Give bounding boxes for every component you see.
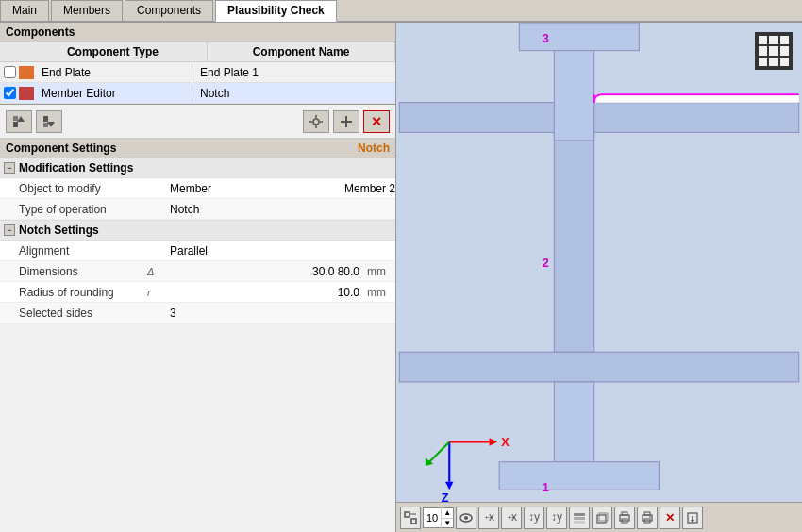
col-header-name: Component Name bbox=[208, 42, 395, 61]
row-checkbox-2[interactable] bbox=[0, 87, 19, 99]
svg-marker-5 bbox=[47, 122, 55, 127]
beam-svg: 1 2 3 X Z bbox=[396, 23, 802, 502]
svg-rect-20 bbox=[499, 462, 659, 490]
table-row[interactable]: Member Editor Notch bbox=[0, 83, 395, 104]
svg-rect-16 bbox=[519, 23, 639, 51]
tab-plausibility-check[interactable]: Plausibility Check bbox=[215, 0, 337, 22]
row-color-2 bbox=[19, 87, 34, 100]
align-x1-button[interactable]: ↔ x bbox=[478, 507, 499, 529]
view-toolbar: 10 ▲ ▼ ↔ x ↔ bbox=[396, 502, 802, 532]
svg-rect-46 bbox=[574, 517, 585, 520]
svg-text:x: x bbox=[511, 511, 517, 524]
zoom-value: 10 bbox=[424, 512, 441, 524]
eye-icon bbox=[459, 513, 473, 523]
print-button[interactable] bbox=[614, 507, 635, 529]
settings-extra-object: Member 2 bbox=[337, 182, 395, 195]
settings-label: Component Settings bbox=[6, 141, 116, 155]
move-down-icon bbox=[42, 114, 57, 129]
print2-icon bbox=[641, 511, 654, 524]
svg-rect-12 bbox=[341, 121, 352, 123]
notch-group-header[interactable]: − Notch Settings bbox=[0, 221, 395, 241]
box-button[interactable] bbox=[592, 507, 612, 529]
eye-button[interactable] bbox=[456, 507, 476, 529]
modification-title: Modification Settings bbox=[19, 161, 133, 175]
settings-unit-radius: mm bbox=[367, 286, 395, 299]
align-x1-icon: ↔ x bbox=[482, 511, 495, 524]
modification-group-header[interactable]: − Modification Settings bbox=[0, 158, 395, 178]
print-icon bbox=[618, 511, 631, 524]
svg-rect-3 bbox=[43, 116, 48, 122]
cancel-view-icon: ✕ bbox=[665, 511, 675, 524]
zoom-up-button[interactable]: ▲ bbox=[442, 507, 453, 518]
move-up-icon bbox=[11, 114, 26, 129]
settings-val-operation: Notch bbox=[166, 201, 395, 218]
row-checkbox-1[interactable] bbox=[0, 66, 19, 78]
tab-components[interactable]: Components bbox=[125, 0, 213, 21]
settings-val-radius: 10.0 bbox=[166, 284, 367, 301]
notch-settings-group: − Notch Settings Alignment Parallel Dime… bbox=[0, 221, 395, 324]
left-panel: Components Component Type Component Name… bbox=[0, 23, 396, 532]
notch-toggle[interactable]: − bbox=[4, 224, 15, 236]
align-x2-button[interactable]: ↔ x bbox=[501, 507, 522, 529]
align-x2-icon: ↔ x bbox=[505, 511, 518, 524]
svg-rect-49 bbox=[599, 513, 608, 521]
svg-rect-19 bbox=[554, 382, 593, 462]
svg-rect-48 bbox=[597, 515, 606, 523]
svg-rect-14 bbox=[554, 132, 593, 352]
svg-text:3: 3 bbox=[543, 32, 549, 45]
modification-toggle[interactable]: − bbox=[4, 162, 15, 174]
beam-container: 1 2 3 X Z bbox=[396, 23, 802, 502]
svg-rect-15 bbox=[399, 352, 798, 382]
tab-members[interactable]: Members bbox=[51, 0, 123, 21]
settings-button[interactable] bbox=[303, 110, 329, 133]
add-button[interactable] bbox=[333, 110, 359, 133]
settings-key-alignment: Alignment bbox=[15, 242, 147, 259]
svg-rect-45 bbox=[574, 513, 585, 516]
cancel-view-button[interactable]: ✕ bbox=[660, 507, 680, 529]
tab-main[interactable]: Main bbox=[0, 0, 49, 21]
settings-unit-dimensions: mm bbox=[367, 265, 395, 278]
svg-rect-32 bbox=[405, 512, 409, 517]
settings-row-sides: Selected sides 3 bbox=[0, 303, 395, 324]
svg-text:2: 2 bbox=[543, 257, 549, 270]
settings-val-object: Member bbox=[166, 180, 337, 197]
right-panel: 1 2 3 X Z bbox=[396, 23, 802, 532]
table-row[interactable]: End Plate End Plate 1 bbox=[0, 62, 395, 83]
settings-row-alignment: Alignment Parallel bbox=[0, 241, 395, 261]
zoom-down-button[interactable]: ▼ bbox=[442, 518, 453, 528]
align-y1-button[interactable]: ↕ y bbox=[524, 507, 544, 529]
svg-line-30 bbox=[429, 442, 449, 462]
settings-row-operation: Type of operation Notch bbox=[0, 199, 395, 220]
align-y2-button[interactable]: ↕ y bbox=[546, 507, 567, 529]
modification-settings-group: − Modification Settings Object to modify… bbox=[0, 158, 395, 221]
layer-button[interactable] bbox=[569, 507, 590, 529]
export-button[interactable] bbox=[682, 507, 703, 529]
row-type-1: End Plate bbox=[38, 64, 192, 81]
svg-text:X: X bbox=[501, 436, 510, 449]
delete-icon: ✕ bbox=[371, 114, 382, 129]
settings-key-operation: Type of operation bbox=[15, 201, 147, 218]
fit-view-button[interactable] bbox=[400, 507, 421, 529]
delete-button[interactable]: ✕ bbox=[363, 110, 390, 133]
move-up-button[interactable] bbox=[6, 110, 32, 133]
zoom-steppers[interactable]: ▲ ▼ bbox=[441, 507, 453, 528]
settings-key-dimensions: Dimensions bbox=[15, 263, 147, 280]
svg-rect-47 bbox=[574, 521, 585, 524]
main-content: Components Component Type Component Name… bbox=[0, 23, 802, 532]
svg-marker-28 bbox=[445, 482, 453, 490]
svg-rect-17 bbox=[554, 51, 593, 141]
row-color-1 bbox=[19, 66, 34, 79]
print2-button[interactable] bbox=[637, 507, 658, 529]
align-y1-icon: ↕ y bbox=[527, 511, 541, 524]
svg-point-36 bbox=[464, 516, 468, 520]
svg-rect-0 bbox=[13, 122, 18, 127]
svg-rect-33 bbox=[411, 519, 416, 524]
svg-text:Z: Z bbox=[442, 491, 449, 502]
settings-val-alignment: Parallel bbox=[166, 242, 395, 259]
settings-key-object: Object to modify bbox=[15, 180, 147, 197]
align-y2-icon: ↕ y bbox=[550, 511, 563, 524]
table-header: Component Type Component Name bbox=[0, 42, 395, 62]
move-down-button[interactable] bbox=[36, 110, 62, 133]
svg-marker-25 bbox=[490, 438, 497, 445]
view-area[interactable]: 1 2 3 X Z bbox=[396, 23, 802, 502]
